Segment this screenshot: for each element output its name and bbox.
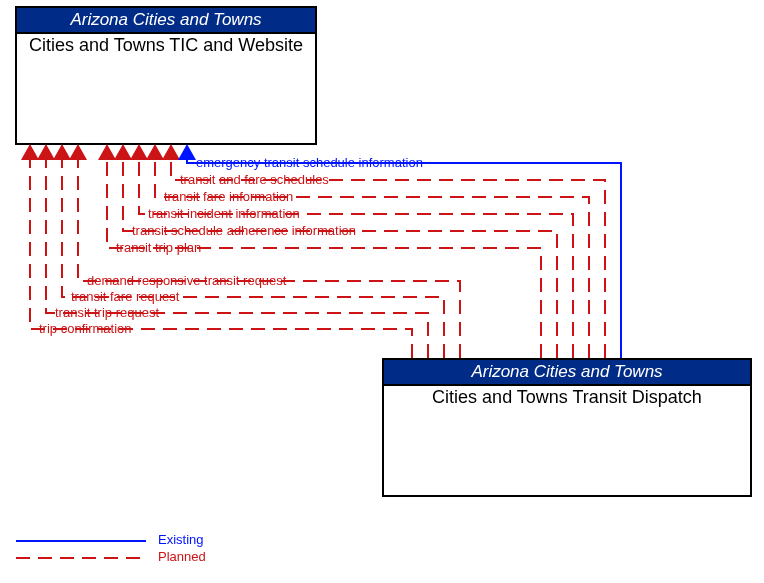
entity-header: Arizona Cities and Towns <box>384 360 750 386</box>
flow-label: trip confirmation <box>39 321 131 336</box>
entity-title: Cities and Towns Transit Dispatch <box>384 386 750 410</box>
entity-title: Cities and Towns TIC and Website <box>17 34 315 58</box>
flow-label: transit fare information <box>164 189 293 204</box>
legend-label: Existing <box>158 532 204 547</box>
entity-box-tic-website: Arizona Cities and Towns Cities and Town… <box>15 6 317 145</box>
legend-line-planned <box>16 557 146 559</box>
legend-line-existing <box>16 540 146 542</box>
legend-label: Planned <box>158 549 206 564</box>
flow-label: transit fare request <box>71 289 179 304</box>
flow-label: transit incident information <box>148 206 300 221</box>
flow-label: transit trip request <box>55 305 159 320</box>
flow-label: emergency transit schedule information <box>196 155 423 170</box>
flow-label: transit schedule adherence information <box>132 223 356 238</box>
entity-box-transit-dispatch: Arizona Cities and Towns Cities and Town… <box>382 358 752 497</box>
flow-label: transit and fare schedules <box>180 172 329 187</box>
flow-label: demand responsive transit request <box>87 273 286 288</box>
flow-label: transit trip plan <box>116 240 201 255</box>
entity-header: Arizona Cities and Towns <box>17 8 315 34</box>
